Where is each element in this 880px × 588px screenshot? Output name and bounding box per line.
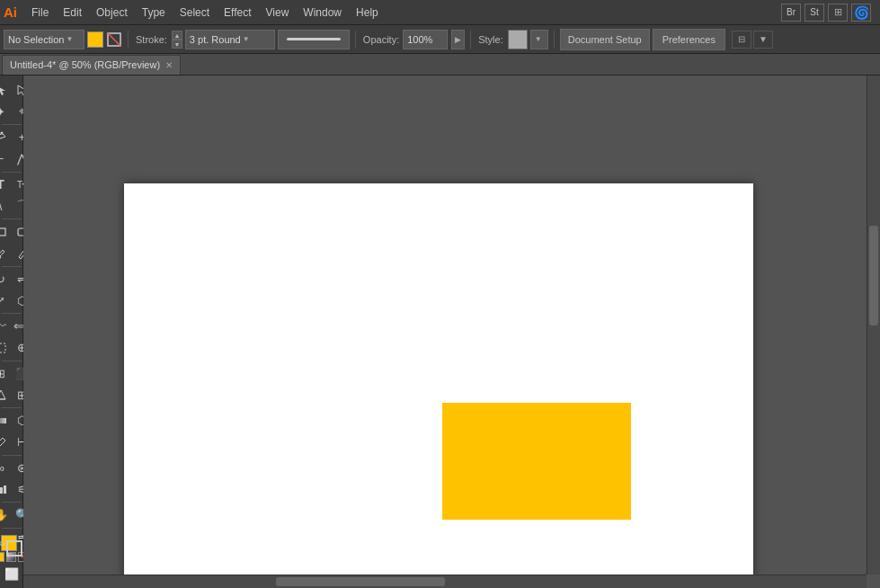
stroke-icon[interactable] — [106, 31, 122, 48]
stroke-preview — [278, 30, 350, 49]
line-tool[interactable]: \ — [0, 195, 12, 217]
horizontal-scrollbar[interactable] — [23, 575, 867, 588]
menu-window[interactable]: Window — [296, 4, 349, 22]
sep-lt-1 — [2, 124, 22, 125]
pen-tool[interactable] — [0, 127, 12, 148]
svg-line-1 — [108, 33, 120, 46]
svg-rect-9 — [0, 343, 5, 352]
perspective-grid-tool[interactable] — [0, 384, 12, 405]
svg-rect-14 — [4, 486, 6, 494]
stroke-down[interactable]: ▼ — [172, 40, 182, 49]
opacity-label: Opacity: — [361, 34, 401, 45]
svg-text:T: T — [17, 180, 22, 190]
main-area: ✦ ⌖ + − ⋀ T T \ ⌒ — [0, 76, 880, 588]
screen-mode-btn[interactable]: ⬜ — [1, 563, 22, 584]
eyedropper-tool[interactable] — [0, 432, 12, 453]
rotate-tool[interactable]: ↻ — [0, 268, 12, 290]
opacity-input[interactable]: 100% — [403, 30, 448, 49]
sep-lt-9 — [2, 502, 22, 503]
gradient-tool[interactable] — [0, 410, 12, 432]
menu-view[interactable]: View — [259, 4, 297, 22]
stroke-type-dropdown[interactable]: 3 pt. Round ▼ — [185, 30, 275, 49]
doc-tab-active[interactable]: Untitled-4* @ 50% (RGB/Preview) ✕ — [2, 55, 181, 75]
sep-lt-4 — [2, 266, 22, 267]
color-mode-btn[interactable] — [0, 552, 4, 562]
horizontal-scroll-thumb[interactable] — [276, 577, 445, 586]
sep4 — [554, 31, 555, 49]
style-label: Style: — [476, 34, 505, 45]
stroke-label: Stroke: — [134, 34, 169, 45]
sep3 — [470, 31, 471, 49]
stroke-up[interactable]: ▲ — [172, 31, 182, 40]
workspace-icon[interactable]: ⊞ — [828, 4, 848, 22]
stroke-spinner-group: ▲ ▼ — [172, 31, 182, 49]
sep2 — [355, 31, 356, 49]
svg-point-2 — [0, 131, 3, 134]
fill-swatch[interactable] — [87, 31, 103, 48]
style-dropdown[interactable]: ▼ — [530, 30, 548, 49]
arrange-panels-icon[interactable]: ⊟ — [732, 31, 751, 49]
stroke-spinner[interactable]: ▲ ▼ — [172, 31, 182, 49]
menu-effect[interactable]: Effect — [217, 4, 258, 22]
stroke-type-arrow: ▼ — [243, 35, 250, 43]
blend-tool[interactable]: ∞ — [0, 457, 12, 478]
stock-icon[interactable]: St — [804, 4, 824, 22]
menu-object[interactable]: Object — [89, 4, 135, 22]
color-swatch-area: ⇄ ⊘ — [0, 533, 24, 547]
menu-edit[interactable]: Edit — [56, 4, 89, 22]
scale-tool[interactable]: ⤢ — [0, 290, 12, 311]
hand-tool[interactable]: ✋ — [0, 504, 12, 526]
toolbar: No Selection ▼ Stroke: ▲ ▼ 3 pt. Round ▼… — [0, 25, 880, 54]
left-toolbar: ✦ ⌖ + − ⋀ T T \ ⌒ — [0, 76, 23, 588]
menu-file[interactable]: File — [24, 4, 56, 22]
selection-dropdown[interactable]: No Selection ▼ — [4, 30, 84, 49]
svg-rect-11 — [0, 418, 6, 423]
paintbrush-tool[interactable] — [0, 243, 12, 264]
arrange-dropdown-icon[interactable]: ▼ — [753, 31, 773, 49]
sep-lt-3 — [2, 218, 22, 219]
shape-builder-tool[interactable]: ⊞ — [0, 362, 12, 384]
bridge-icon[interactable]: Br — [781, 4, 801, 22]
delete-anchor-tool[interactable]: − — [0, 148, 12, 170]
tabs-bar: Untitled-4* @ 50% (RGB/Preview) ✕ — [0, 54, 880, 76]
type-tool[interactable]: T — [0, 174, 12, 195]
none-color-icon[interactable]: ⊘ — [0, 539, 5, 548]
menu-help[interactable]: Help — [349, 4, 386, 22]
doc-tab-title: Untitled-4* @ 50% (RGB/Preview) — [10, 59, 160, 70]
screen-mode-area: ⬜ — [1, 563, 22, 588]
warp-tool[interactable]: 〰 — [0, 316, 12, 337]
menu-type[interactable]: Type — [135, 4, 173, 22]
rect-tool[interactable] — [0, 221, 12, 243]
column-graph-tool[interactable] — [0, 478, 12, 500]
sep-lt-10 — [2, 528, 22, 529]
artboard — [124, 183, 753, 588]
sep-lt-2 — [2, 172, 22, 173]
selection-dropdown-arrow: ▼ — [66, 35, 73, 43]
canvas-area[interactable] — [23, 76, 880, 588]
style-swatch[interactable] — [508, 30, 528, 49]
menu-select[interactable]: Select — [173, 4, 217, 22]
selection-tool[interactable] — [0, 79, 12, 101]
vertical-scrollbar[interactable] — [867, 76, 880, 575]
svg-rect-13 — [0, 487, 3, 494]
sep-lt-5 — [2, 313, 22, 314]
preferences-button[interactable]: Preferences — [653, 29, 725, 50]
stroke-color-swatch[interactable] — [6, 540, 22, 557]
ai-logo: Ai — [4, 4, 17, 20]
sep-lt-7 — [2, 407, 22, 408]
vertical-scroll-thumb[interactable] — [869, 226, 878, 325]
doc-tab-close[interactable]: ✕ — [165, 60, 173, 70]
magic-wand-tool[interactable]: ✦ — [0, 101, 12, 122]
yellow-rectangle[interactable] — [442, 403, 631, 520]
opacity-arrow-btn[interactable]: ▶ — [451, 30, 465, 49]
arrange-icon[interactable]: 🌀 — [851, 4, 871, 22]
free-transform-tool[interactable] — [0, 337, 12, 359]
svg-line-8 — [19, 257, 21, 259]
sep-lt-8 — [2, 455, 22, 456]
svg-rect-5 — [0, 228, 5, 236]
document-setup-button[interactable]: Document Setup — [560, 29, 650, 50]
app-switcher-icons: Br St ⊞ 🌀 — [776, 4, 876, 22]
arrange-icons: ⊟ ▼ — [732, 31, 773, 49]
opacity-group: Opacity: 100% ▶ — [361, 30, 465, 49]
sep1 — [128, 31, 129, 49]
